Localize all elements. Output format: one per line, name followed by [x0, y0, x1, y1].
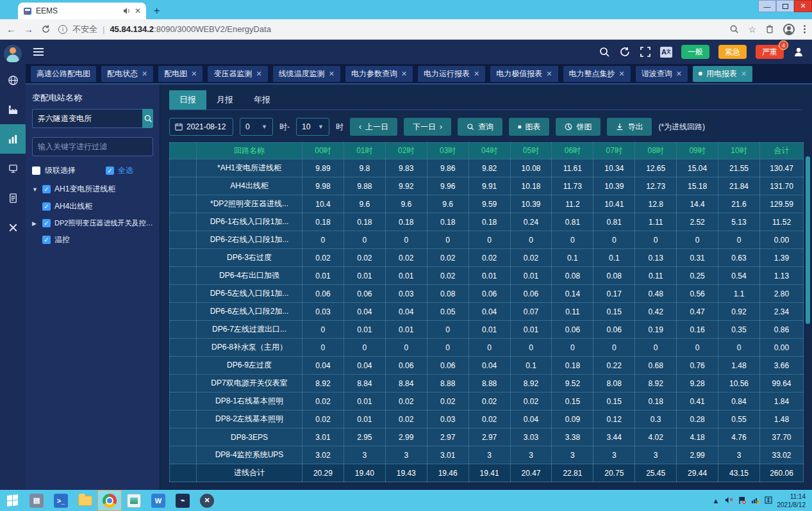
rail-item-enterprise[interactable] — [0, 95, 26, 124]
tab-close-icon[interactable]: ✕ — [619, 70, 625, 78]
taskbar-terminal-app[interactable]: ⌁ — [170, 490, 195, 511]
reload-icon[interactable] — [41, 24, 51, 34]
url-box[interactable]: i 不安全 | 45.84.134.2:8090/3000WEBV2/Energ… — [58, 24, 722, 35]
taskbar-wps[interactable]: W — [146, 490, 170, 511]
nav-tab[interactable]: 电力参数查询✕ — [345, 66, 413, 82]
tab-monthly-report[interactable]: 月报 — [206, 90, 244, 110]
tab-close-icon[interactable]: ✕ — [191, 70, 197, 78]
browser-profile-icon[interactable] — [783, 24, 795, 35]
table-scrollbar[interactable] — [806, 156, 810, 324]
expand-right-icon[interactable]: ▶ — [32, 220, 38, 227]
next-day-button[interactable]: 下一日› — [404, 118, 451, 136]
taskbar-file-explorer[interactable] — [73, 490, 97, 511]
menu-collapse-icon[interactable] — [33, 48, 44, 56]
tree-node-ah1[interactable]: ▼ ✓ AH1变电所进线柜 — [32, 184, 153, 195]
alarm-severe-button[interactable]: 严重4 — [756, 45, 784, 59]
nav-tab[interactable]: 谐波查询✕ — [636, 66, 688, 82]
translate-icon[interactable]: A文 — [660, 47, 672, 58]
refresh-icon[interactable] — [619, 46, 631, 58]
rail-item-energy-report[interactable] — [0, 124, 26, 154]
site-info-icon[interactable]: i — [58, 25, 67, 34]
nav-tab[interactable]: 变压器监测✕ — [208, 66, 267, 82]
nav-tab[interactable]: 电力整点集抄✕ — [563, 66, 631, 82]
user-avatar[interactable] — [4, 45, 22, 63]
tree-filter-input[interactable] — [32, 137, 153, 156]
tab-daily-report[interactable]: 日报 — [169, 90, 206, 110]
station-search-button[interactable] — [142, 109, 153, 128]
browser-menu-icon[interactable] — [804, 25, 806, 33]
select-all-checkbox[interactable]: ✓ — [106, 166, 114, 175]
show-hidden-icons[interactable]: ▲ — [713, 497, 720, 505]
network-warning-icon[interactable] — [751, 496, 759, 505]
nav-tab[interactable]: 线缆温度监测✕ — [273, 66, 340, 82]
alarm-urgent-button[interactable]: 紧急 — [718, 45, 747, 59]
taskbar-chrome[interactable] — [97, 490, 122, 511]
nav-tab-label: 配电图 — [164, 69, 187, 79]
extension-icon[interactable] — [765, 24, 774, 34]
date-picker[interactable]: 2021-08-12 — [169, 118, 233, 136]
user-icon[interactable] — [793, 46, 804, 58]
value-cell: 0 — [718, 339, 760, 357]
query-button[interactable]: 查询 — [458, 118, 502, 136]
search-icon[interactable] — [599, 46, 610, 58]
fullscreen-icon[interactable] — [640, 46, 651, 58]
flag-alert-icon[interactable] — [738, 496, 746, 505]
tree-checkbox[interactable]: ✓ — [42, 202, 51, 211]
volume-muted-icon[interactable] — [725, 496, 733, 505]
value-cell: 2.52 — [677, 213, 718, 231]
rail-item-tools[interactable] — [0, 213, 26, 242]
taskbar-clock[interactable]: 11:14 2021/8/12 — [777, 492, 806, 509]
rail-item-monitor[interactable] — [0, 154, 26, 183]
tab-close-icon[interactable]: ✕ — [256, 70, 261, 78]
nav-tab[interactable]: 高速公路配电图 — [31, 66, 96, 82]
rail-item-overview[interactable] — [0, 65, 26, 95]
hour-to-select[interactable]: 10▼ — [296, 118, 329, 136]
window-minimize-button[interactable]: — — [758, 0, 776, 12]
tab-close-icon[interactable]: ✕ — [474, 70, 479, 78]
start-button[interactable] — [0, 490, 24, 511]
nav-tab[interactable]: 配电图✕ — [158, 66, 203, 82]
browser-tab[interactable]: EEMS ✕ — [18, 3, 146, 19]
tab-close-icon[interactable]: ✕ — [741, 70, 747, 78]
tab-close-icon[interactable]: ✕ — [135, 6, 141, 15]
taskbar-powershell[interactable]: >_ — [49, 490, 73, 511]
bookmark-star-icon[interactable]: ☆ — [748, 24, 756, 35]
hour-from-select[interactable]: 0▼ — [240, 118, 273, 136]
window-close-button[interactable]: ✕ — [794, 0, 812, 12]
alarm-normal-button[interactable]: 一般 — [681, 45, 709, 59]
cascade-checkbox[interactable] — [32, 166, 40, 175]
prev-day-button[interactable]: ‹上一日 — [350, 118, 397, 136]
tab-close-icon[interactable]: ✕ — [546, 70, 552, 78]
tree-node-temp[interactable]: ✓ 温控 — [42, 234, 153, 245]
tab-close-icon[interactable]: ✕ — [142, 70, 147, 78]
tree-node-dp2[interactable]: ▶ ✓ DP2照明变压器进线开关及控制室 — [32, 218, 153, 228]
tree-checkbox[interactable]: ✓ — [42, 219, 51, 227]
tab-audio-icon[interactable] — [123, 7, 131, 15]
tab-close-icon[interactable]: ✕ — [329, 70, 335, 78]
taskbar-server-manager[interactable]: ▤ — [24, 490, 49, 511]
window-maximize-button[interactable] — [776, 0, 794, 12]
nav-tab[interactable]: 电力运行报表✕ — [418, 66, 485, 82]
pie-button[interactable]: 饼图 — [556, 118, 601, 136]
station-search-input[interactable] — [32, 109, 142, 128]
export-button[interactable]: 导出 — [607, 118, 652, 136]
new-tab-button[interactable]: + — [154, 5, 160, 17]
expand-down-icon[interactable]: ▼ — [32, 186, 38, 193]
tree-checkbox[interactable]: ✓ — [42, 185, 51, 193]
taskbar-photo-viewer[interactable] — [122, 490, 146, 511]
nav-tab[interactable]: 电力极值报表✕ — [490, 66, 558, 82]
zoom-icon[interactable] — [729, 24, 739, 34]
tree-checkbox[interactable]: ✓ — [42, 236, 51, 244]
taskbar-settings-app[interactable]: ✕ — [195, 490, 219, 511]
chart-button[interactable]: ■图表 — [509, 118, 549, 136]
tab-yearly-report[interactable]: 年报 — [244, 90, 281, 110]
nav-tab[interactable]: 配电状态✕ — [101, 66, 153, 82]
nav-tab[interactable]: 用电报表✕ — [693, 66, 752, 82]
forward-icon[interactable]: → — [24, 24, 33, 35]
tab-close-icon[interactable]: ✕ — [401, 70, 407, 78]
tab-close-icon[interactable]: ✕ — [676, 70, 682, 78]
tree-node-ah4[interactable]: ✓ AH4出线柜 — [42, 201, 153, 212]
ime-icon[interactable] — [765, 496, 772, 505]
rail-item-report[interactable] — [0, 183, 26, 213]
back-icon[interactable]: ← — [6, 24, 16, 35]
